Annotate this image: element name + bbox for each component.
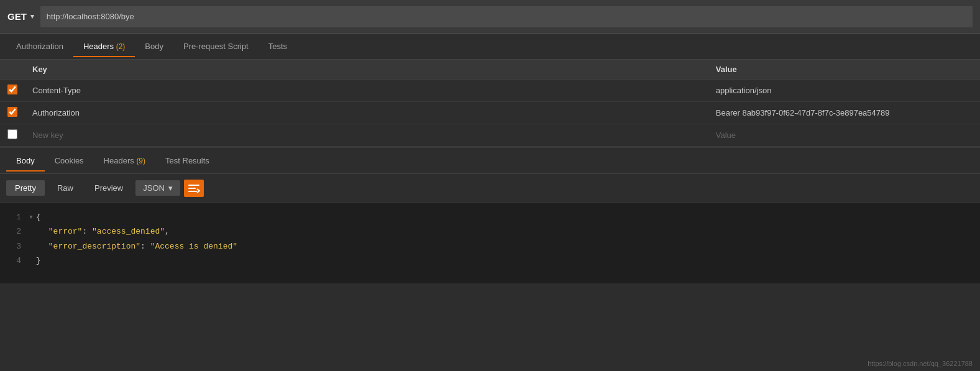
row1-checkbox-cell [0,80,25,102]
format-pretty-button[interactable]: Pretty [6,180,45,196]
rtab-testresults[interactable]: Test Results [155,150,219,172]
new-value-cell: Value [708,124,980,147]
method-label: GET [7,11,27,22]
method-chevron: ▾ [30,12,34,21]
code-line-1: 1 ▾ { [6,210,974,224]
row2-key: Authorization [25,102,708,124]
code-line-3: 3 "error_description": "Access is denied… [6,239,974,254]
table-row-new: New key Value [0,124,980,147]
table-row: Content-Type application/json [0,80,980,102]
rtab-body[interactable]: Body [6,150,45,172]
svg-rect-0 [188,185,199,186]
svg-rect-1 [188,188,196,189]
tab-tests[interactable]: Tests [259,35,297,57]
row2-value: Bearer 8ab93f97-0f62-47d7-8f7c-3e897ea54… [708,102,980,124]
col-key: Key [25,60,708,80]
response-tabs: Body Cookies Headers (9) Test Results [0,148,980,174]
code-line-2: 2 "error": "access_denied", [6,224,974,239]
tab-prerequest[interactable]: Pre-request Script [173,35,259,57]
url-input[interactable] [40,6,973,27]
rtab-headers[interactable]: Headers (9) [94,150,155,172]
new-checkbox-cell [0,124,25,147]
tab-authorization[interactable]: Authorization [6,35,73,57]
wrap-icon[interactable] [184,180,204,197]
row1-value: application/json [708,80,980,102]
tab-body[interactable]: Body [135,35,173,57]
headers-table: Key Value Content-Type application/json … [0,60,980,147]
format-preview-button[interactable]: Preview [86,180,132,196]
watermark: https://blog.csdn.net/qq_36221788 [868,360,973,367]
new-key-cell: New key [25,124,708,147]
col-value: Value [708,60,980,80]
row1-checkbox[interactable] [7,85,17,94]
code-line-4: 4 } [6,254,974,268]
code-body: 1 ▾ { 2 "error": "access_denied", 3 "err… [0,203,980,283]
table-row: Authorization Bearer 8ab93f97-0f62-47d7-… [0,102,980,124]
row2-checkbox-cell [0,102,25,124]
body-format-bar: Pretty Raw Preview JSON ▾ [0,174,980,203]
row2-checkbox[interactable] [7,107,17,117]
new-row-checkbox[interactable] [7,129,17,139]
url-bar: GET ▾ [0,0,980,34]
svg-rect-2 [188,191,197,192]
json-format-dropdown[interactable]: JSON ▾ [135,180,180,196]
format-raw-button[interactable]: Raw [48,180,82,196]
response-section: Body Cookies Headers (9) Test Results Pr… [0,147,980,283]
rtab-cookies[interactable]: Cookies [45,150,94,172]
row1-key: Content-Type [25,80,708,102]
tab-headers[interactable]: Headers (2) [73,35,135,57]
request-tabs: Authorization Headers (2) Body Pre-reque… [0,34,980,60]
col-checkbox [0,60,25,80]
method-selector[interactable]: GET ▾ [7,11,34,22]
